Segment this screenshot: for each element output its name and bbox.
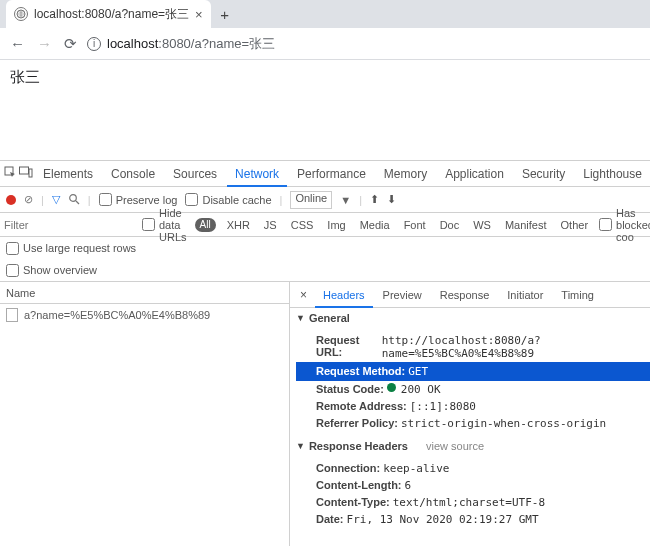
filter-ws[interactable]: WS	[470, 219, 494, 231]
tab-lighthouse[interactable]: Lighthouse	[575, 161, 650, 187]
tab-memory[interactable]: Memory	[376, 161, 435, 187]
network-toolbar: ⊘ | ▽ | Preserve log Disable cache | Onl…	[0, 187, 650, 213]
new-tab-button[interactable]: +	[211, 6, 239, 23]
filter-doc[interactable]: Doc	[437, 219, 463, 231]
request-list: Name a?name=%E5%BC%A0%E4%B8%89	[0, 282, 290, 546]
tab-network[interactable]: Network	[227, 161, 287, 187]
site-info-icon[interactable]: i	[87, 37, 101, 51]
chevron-down-icon: ▼	[296, 313, 305, 323]
detail-tab-initiator[interactable]: Initiator	[499, 282, 551, 308]
page-text: 张三	[10, 68, 40, 85]
browser-tab[interactable]: localhost:8080/a?name=张三 ×	[6, 0, 211, 28]
tab-strip: localhost:8080/a?name=张三 × +	[0, 0, 650, 28]
svg-rect-2	[20, 167, 29, 174]
filter-xhr[interactable]: XHR	[224, 219, 253, 231]
network-filter-bar: Hide data URLs All XHR JS CSS Img Media …	[0, 213, 650, 237]
request-detail: × Headers Preview Response Initiator Tim…	[290, 282, 650, 546]
tab-title: localhost:8080/a?name=张三	[34, 6, 189, 23]
devtools-tabs: Elements Console Sources Network Perform…	[0, 161, 650, 187]
filter-css[interactable]: CSS	[288, 219, 317, 231]
disable-cache-checkbox[interactable]: Disable cache	[185, 193, 271, 206]
device-toolbar-icon[interactable]	[19, 166, 33, 181]
network-main: Name a?name=%E5%BC%A0%E4%B8%89 × Headers…	[0, 282, 650, 546]
request-row[interactable]: a?name=%E5%BC%A0%E4%B8%89	[0, 304, 289, 326]
general-section: Request URL:http://localhost:8080/a?name…	[290, 328, 650, 436]
search-icon[interactable]	[68, 193, 80, 207]
chevron-down-icon: ▼	[296, 441, 305, 451]
omnibox[interactable]: i localhost:8080/a?name=张三	[87, 32, 644, 56]
detail-tab-headers[interactable]: Headers	[315, 282, 373, 308]
view-source-link[interactable]: view source	[426, 440, 484, 452]
detail-tab-response[interactable]: Response	[432, 282, 498, 308]
detail-tab-timing[interactable]: Timing	[553, 282, 602, 308]
detail-tabs: × Headers Preview Response Initiator Tim…	[290, 282, 650, 308]
status-dot-icon	[387, 383, 396, 392]
filter-other[interactable]: Other	[558, 219, 592, 231]
response-headers-section: Connection:keep-alive Content-Length:6 C…	[290, 456, 650, 532]
tab-elements[interactable]: Elements	[35, 161, 101, 187]
reload-icon[interactable]: ⟳	[64, 35, 77, 53]
show-overview-checkbox[interactable]: Show overview	[6, 264, 97, 277]
svg-rect-3	[29, 169, 32, 177]
svg-point-4	[70, 194, 77, 201]
upload-icon[interactable]: ⬆	[370, 193, 379, 206]
name-column-header[interactable]: Name	[0, 282, 289, 304]
inspect-element-icon[interactable]	[4, 166, 17, 182]
filter-all[interactable]: All	[195, 218, 216, 232]
filter-js[interactable]: JS	[261, 219, 280, 231]
network-options: Use large request rows Show overview	[0, 237, 650, 282]
filter-media[interactable]: Media	[357, 219, 393, 231]
page-body: 张三	[0, 60, 650, 160]
tab-performance[interactable]: Performance	[289, 161, 374, 187]
close-tab-icon[interactable]: ×	[195, 7, 203, 22]
svg-line-5	[76, 201, 79, 204]
record-icon[interactable]	[6, 195, 16, 205]
close-detail-icon[interactable]: ×	[294, 288, 313, 302]
tab-sources[interactable]: Sources	[165, 161, 225, 187]
forward-icon: →	[37, 35, 52, 52]
back-icon[interactable]: ←	[10, 35, 25, 52]
dropdown-icon[interactable]: ▼	[340, 194, 351, 206]
detail-tab-preview[interactable]: Preview	[375, 282, 430, 308]
url-text: localhost:8080/a?name=张三	[107, 35, 275, 53]
globe-icon	[14, 7, 28, 21]
filter-toggle-icon[interactable]: ▽	[52, 193, 60, 206]
tab-security[interactable]: Security	[514, 161, 573, 187]
clear-icon[interactable]: ⊘	[24, 193, 33, 206]
throttling-select[interactable]: Online	[290, 191, 332, 209]
tab-application[interactable]: Application	[437, 161, 512, 187]
filter-font[interactable]: Font	[401, 219, 429, 231]
tab-console[interactable]: Console	[103, 161, 163, 187]
request-method-row[interactable]: Request Method:GET	[296, 362, 650, 381]
use-large-rows-checkbox[interactable]: Use large request rows	[6, 242, 136, 255]
response-headers-section-title[interactable]: ▼Response Headersview source	[290, 436, 650, 456]
request-name: a?name=%E5%BC%A0%E4%B8%89	[24, 309, 210, 321]
filter-input[interactable]	[4, 215, 134, 235]
devtools-panel: Elements Console Sources Network Perform…	[0, 160, 650, 546]
address-bar: ← → ⟳ i localhost:8080/a?name=张三	[0, 28, 650, 60]
general-section-title[interactable]: ▼General	[290, 308, 650, 328]
filter-manifest[interactable]: Manifest	[502, 219, 550, 231]
filter-img[interactable]: Img	[324, 219, 348, 231]
document-icon	[6, 308, 18, 322]
preserve-log-checkbox[interactable]: Preserve log	[99, 193, 178, 206]
download-icon[interactable]: ⬇	[387, 193, 396, 206]
